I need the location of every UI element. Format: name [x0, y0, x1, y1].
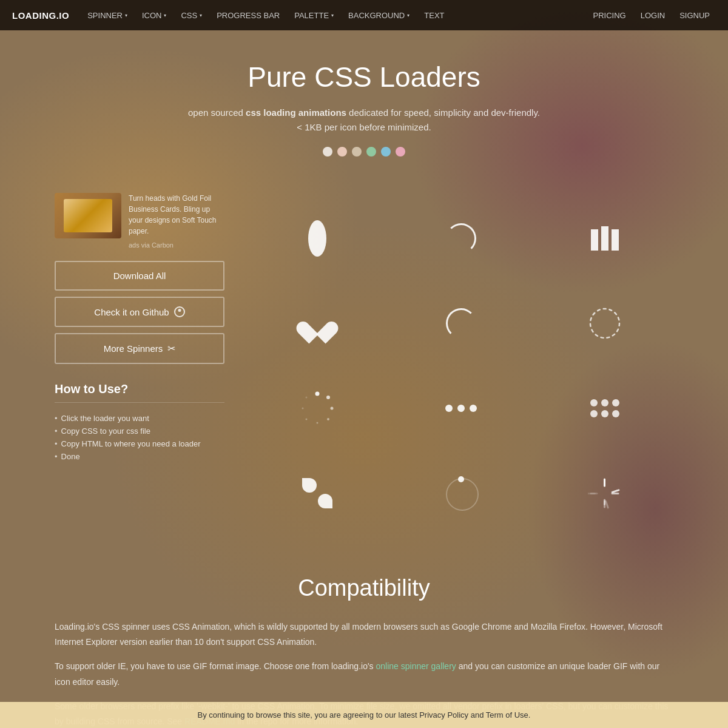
list-item: Copy CSS to your css file	[55, 425, 224, 437]
nav-logo[interactable]: LOADING.IO	[12, 10, 69, 21]
spinner-bars[interactable]	[536, 199, 673, 278]
dotted-ring-svg	[587, 305, 623, 342]
gdot-2	[601, 399, 608, 406]
color-dot-3[interactable]	[352, 147, 362, 157]
more-spinners-button[interactable]: More Spinners ✂	[55, 333, 224, 364]
grid-dots-spinner	[590, 399, 619, 417]
css-arrow-icon: ▾	[200, 13, 202, 18]
nav-item-login[interactable]: LOGIN	[635, 6, 671, 25]
color-dot-1[interactable]	[323, 147, 332, 157]
ad-card: Turn heads with Gold Foil Business Cards…	[55, 193, 224, 249]
how-to-use-title: How to Use?	[55, 382, 224, 403]
radial-svg	[588, 477, 621, 510]
bar-2	[601, 226, 608, 251]
online-spinner-gallery-link[interactable]: online spinner gallery	[376, 661, 456, 671]
hero-desc: open sourced css loading animations dedi…	[12, 106, 716, 135]
ring-spinner	[446, 478, 476, 508]
color-dot-4[interactable]	[366, 147, 376, 157]
spinner-ring[interactable]	[393, 454, 530, 533]
check-github-button[interactable]: Check it on Github	[55, 297, 224, 327]
ad-text: Turn heads with Gold Foil Business Cards…	[129, 193, 224, 237]
spinner-pinwheel[interactable]	[249, 454, 386, 533]
nav-item-spinner[interactable]: SPINNER ▾	[81, 6, 133, 25]
spinner-three-dots[interactable]	[393, 369, 530, 448]
color-dot-2[interactable]	[337, 147, 347, 157]
list-item: Click the loader you want	[55, 412, 224, 425]
dot-1	[445, 405, 453, 412]
dot-circle-spinner	[299, 390, 335, 426]
compat-para-1: Loading.io's CSS spinner uses CSS Animat…	[55, 619, 673, 650]
svg-point-3	[331, 407, 334, 410]
compatibility-title: Compatibility	[55, 575, 673, 601]
left-panel: Turn heads with Gold Foil Business Cards…	[55, 193, 224, 539]
more-spinners-label: More Spinners	[104, 343, 163, 354]
svg-point-7	[302, 408, 304, 410]
spinner-dot-circle[interactable]	[249, 369, 386, 448]
bar-1	[591, 229, 598, 251]
cookie-text: By continuing to browse this site, you a…	[198, 710, 531, 720]
spinner-icon: ✂	[167, 343, 175, 354]
spinner-dotted-ring[interactable]	[536, 284, 673, 363]
color-dot-6[interactable]	[396, 147, 405, 157]
spinner-heart[interactable]	[249, 284, 386, 363]
hero-desc-rest: dedicated for speed, simplicity and dev-…	[349, 107, 540, 118]
ad-image[interactable]	[55, 193, 121, 238]
spinner-arc[interactable]	[393, 199, 530, 278]
hero-section: Pure CSS Loaders open sourced css loadin…	[0, 30, 728, 193]
dot-3	[470, 405, 477, 412]
svg-point-2	[326, 396, 330, 399]
spinner-arc-left[interactable]	[393, 284, 530, 363]
spinners-grid	[249, 193, 673, 539]
bar-3	[612, 229, 619, 251]
gdot-4	[590, 410, 598, 417]
nav-item-css[interactable]: CSS ▾	[175, 6, 208, 25]
nav-item-text[interactable]: TEXT	[418, 6, 450, 25]
dot-circle-svg	[299, 390, 335, 426]
palette-arrow-icon: ▾	[331, 13, 334, 18]
github-icon	[174, 306, 185, 317]
dot-2	[457, 405, 465, 412]
nav-item-pricing[interactable]: PRICING	[587, 6, 632, 25]
hero-desc-bold: css loading animations	[246, 107, 346, 118]
nav-item-icon[interactable]: ICON ▾	[136, 6, 173, 25]
svg-line-16	[588, 490, 595, 496]
github-button-label: Check it on Github	[94, 307, 169, 317]
arc-left-spinner	[446, 308, 476, 339]
radial-spinner	[588, 477, 621, 510]
download-all-button[interactable]: Download All	[55, 261, 224, 291]
svg-point-6	[306, 419, 308, 420]
navbar: LOADING.IO SPINNER ▾ ICON ▾ CSS ▾ PROGRE…	[0, 0, 728, 30]
how-to-use-list: Click the loader you want Copy CSS to yo…	[55, 412, 224, 463]
spinner-arrow-icon: ▾	[125, 13, 127, 18]
ad-via: ads via Carbon	[129, 241, 224, 249]
cookie-banner: By continuing to browse this site, you a…	[0, 702, 728, 728]
three-dots-spinner	[445, 405, 477, 412]
oval-spinner	[308, 220, 326, 257]
gdot-1	[590, 399, 598, 406]
hero-desc2: < 1KB per icon before minimized.	[297, 122, 431, 132]
hero-desc-plain: open sourced	[188, 107, 246, 118]
gdot-5	[601, 410, 608, 417]
spinner-oval[interactable]	[249, 199, 386, 278]
how-to-use-section: How to Use? Click the loader you want Co…	[55, 382, 224, 463]
nav-item-background[interactable]: BACKGROUND ▾	[342, 6, 416, 25]
compat-para-2: To support older IE, you have to use GIF…	[55, 659, 673, 689]
list-item: Copy HTML to where you need a loader	[55, 437, 224, 450]
spinner-radial[interactable]	[536, 454, 673, 533]
nav-item-progress[interactable]: PROGRESS BAR	[211, 6, 286, 25]
nav-right: PRICING LOGIN SIGNUP	[587, 6, 716, 25]
gdot-3	[612, 399, 619, 406]
nav-item-signup[interactable]: SIGNUP	[673, 6, 716, 25]
nav-item-palette[interactable]: PALETTE ▾	[288, 6, 340, 25]
spinner-grid-dots[interactable]	[536, 369, 673, 448]
page-title: Pure CSS Loaders	[12, 61, 716, 93]
color-dot-5[interactable]	[381, 147, 391, 157]
background-arrow-icon: ▾	[407, 13, 410, 18]
icon-arrow-icon: ▾	[164, 13, 166, 18]
gdot-6	[612, 410, 619, 417]
dotted-ring-container	[587, 305, 623, 342]
arc-spinner	[446, 223, 476, 254]
main-content: Turn heads with Gold Foil Business Cards…	[42, 193, 686, 539]
svg-point-1	[315, 392, 320, 396]
svg-point-4	[327, 418, 329, 420]
